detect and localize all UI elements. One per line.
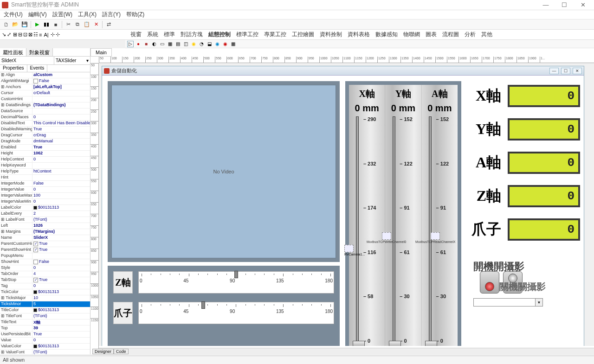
palette-tab[interactable]: 數據感知 (374, 30, 399, 39)
component-icon[interactable]: ◉ (190, 41, 197, 47)
form-close-icon[interactable]: ✕ (573, 68, 582, 74)
tab-events[interactable]: Events (27, 65, 48, 72)
slider-thumb[interactable] (389, 341, 401, 346)
property-grid[interactable]: ⊞ AlignalCustom AlignWithMargiFalse⊞ Anc… (0, 72, 90, 354)
tool-icon[interactable]: ⊹ (51, 32, 55, 38)
delete-icon[interactable]: ✕ (92, 20, 100, 29)
component-selector-icon[interactable]: ▷ (127, 41, 134, 47)
component-icon[interactable]: ⬓ (206, 41, 213, 47)
design-tab-main[interactable]: Main (90, 48, 112, 57)
minimize-button[interactable]: — (536, 0, 555, 10)
palette-tab-active[interactable]: 組態控制 (207, 30, 232, 39)
tool-icon[interactable]: ☷ (33, 32, 38, 38)
modbus-read-icon[interactable] (431, 232, 440, 240)
palette-tab[interactable]: 專業工控 (263, 30, 288, 39)
menu-help[interactable]: 帮助(Z) (124, 11, 146, 19)
hslider-track[interactable]: 04590135180 (138, 271, 334, 294)
slider-thumb[interactable] (353, 341, 365, 346)
form-window[interactable]: 倉儲自動化 — ☐ ✕ No Video Z軸04590135180爪子0459… (102, 66, 584, 346)
close-button[interactable]: ✕ (574, 0, 592, 10)
menu-language[interactable]: 語言(Y) (100, 11, 123, 19)
tool-icon[interactable]: ↘ (2, 32, 6, 38)
maximize-button[interactable]: ☐ (555, 0, 574, 10)
menu-settings[interactable]: 設置(W) (51, 11, 74, 19)
design-canvas[interactable]: 倉儲自動化 — ☐ ✕ No Video Z軸04590135180爪子0459… (99, 63, 594, 346)
component-icon[interactable]: ◉ (222, 41, 228, 47)
palette-tab[interactable]: 資料表格 (346, 30, 371, 39)
panel-tab-object[interactable]: 對象視窗 (26, 48, 53, 56)
panel-tab-properties[interactable]: 屬性面板 (0, 48, 26, 56)
modbus-components[interactable]: ModbusTCPWriteChannel0 ModbusTCPReadChan… (367, 232, 455, 243)
palette-tab[interactable]: 視窗 (129, 30, 143, 39)
component-icon[interactable]: ◉ (214, 41, 220, 47)
component-icon[interactable]: ◐ (151, 41, 157, 47)
separator (102, 21, 103, 28)
camera-icon[interactable] (344, 245, 354, 252)
menu-tools[interactable]: 工具(X) (76, 11, 98, 19)
palette-tab[interactable]: 流程圖 (441, 30, 460, 39)
palette-tab[interactable]: 標準 (162, 30, 176, 39)
hslider-track[interactable]: 04590135180 (138, 302, 334, 324)
tool-icon[interactable]: ⊡ (23, 32, 27, 38)
link-icon[interactable]: ⇄ (104, 20, 113, 29)
paste-icon[interactable]: 📋 (83, 20, 91, 29)
copy-icon[interactable]: ⧉ (73, 20, 82, 29)
slider-thumb[interactable] (425, 341, 437, 346)
combo-box[interactable]: ▼ (473, 298, 543, 307)
open-file-icon[interactable]: 📂 (11, 20, 19, 29)
component-icons-row: ▷ ● ■ ◐ ▭ ▦ ▤ ◫ ◉ ◔ ⬓ ◉ ◉ ▦ (125, 40, 594, 48)
slider-thumb[interactable] (201, 301, 205, 309)
palette-tab[interactable]: 標準工控 (235, 30, 260, 39)
form-titlebar[interactable]: 倉儲自動化 — ☐ ✕ (102, 66, 584, 76)
component-icon[interactable]: ▦ (230, 41, 236, 47)
video-panel[interactable]: No Video (108, 81, 340, 262)
palette-tab[interactable]: 圖表 (424, 30, 438, 39)
component-icon[interactable]: ● (135, 41, 142, 47)
vslider-column[interactable]: X軸0 mm290232174116580 (349, 85, 385, 346)
object-name-input[interactable] (0, 57, 54, 64)
tab-code[interactable]: Code (114, 349, 129, 354)
tool-icon[interactable]: ≡ (39, 32, 42, 38)
new-file-icon[interactable]: 🗋 (2, 20, 10, 29)
component-icon[interactable]: ◫ (182, 41, 189, 47)
power-switch[interactable] (480, 271, 499, 294)
object-type-dropdown[interactable]: TAXSlider▾ (54, 57, 90, 64)
component-icon[interactable]: ◔ (198, 41, 205, 47)
palette-tab[interactable]: 對話方塊 (179, 30, 204, 39)
palette-tab[interactable]: 分析 (463, 30, 477, 39)
tab-properties[interactable]: Properties (0, 65, 27, 72)
tool-icon[interactable]: ⊞ (13, 32, 17, 38)
pause-icon[interactable]: ▮▮ (42, 20, 51, 29)
palette-tab[interactable]: 資料拴制 (318, 30, 343, 39)
component-icon[interactable]: ■ (143, 41, 149, 47)
palette-tab[interactable]: 工控繪圖 (291, 30, 316, 39)
menu-edit[interactable]: 編輯(V) (26, 11, 49, 19)
run-icon[interactable]: ▶ (33, 20, 41, 29)
slider-thumb[interactable] (234, 271, 238, 278)
modbus-write-icon[interactable] (382, 232, 391, 240)
palette-tab[interactable]: 系統 (146, 30, 160, 39)
palette-tab[interactable]: 其他 (480, 30, 494, 39)
palette-tab[interactable]: 物聯網 (402, 30, 421, 39)
save-file-icon[interactable]: 💾 (20, 20, 29, 29)
form-minimize-icon[interactable]: — (549, 68, 559, 74)
cut-icon[interactable]: ✂ (64, 20, 72, 29)
component-icon[interactable]: ▤ (174, 41, 181, 47)
rvcamera-component[interactable]: RVCamera1... (344, 245, 365, 256)
component-icon[interactable]: ▦ (167, 41, 173, 47)
readout-label: Z軸 (469, 186, 501, 206)
vslider-column[interactable]: Y軸0 mm1521229161300 (385, 85, 421, 346)
component-icon[interactable]: ▭ (159, 41, 165, 47)
tool-icon[interactable]: ⤢ (7, 32, 11, 38)
stop-icon[interactable]: ■ (52, 20, 60, 29)
form-maximize-icon[interactable]: ☐ (561, 68, 570, 74)
tool-icon[interactable]: ⊠ (28, 32, 32, 38)
vslider-column[interactable]: A軸0 mm1521229161300 (422, 85, 458, 346)
menu-file[interactable]: 文件(U) (2, 11, 25, 19)
tab-designer[interactable]: Designer (92, 349, 114, 354)
horizontal-scrollbar[interactable] (99, 348, 594, 354)
tool-icon[interactable]: A| (44, 32, 48, 38)
tool-icon[interactable]: ⊹ (56, 32, 60, 38)
separator (62, 21, 62, 28)
tool-icon[interactable]: ⊟ (18, 32, 22, 38)
